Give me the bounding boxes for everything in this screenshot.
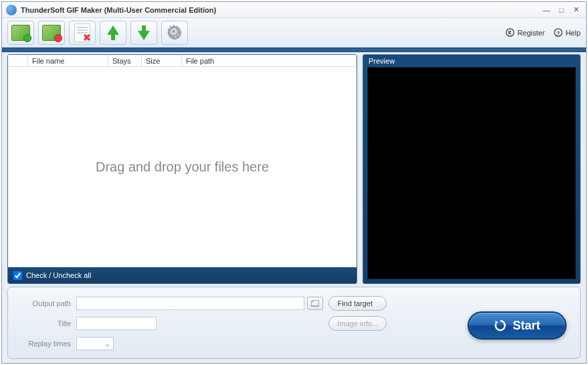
col-checkbox[interactable] (8, 55, 28, 66)
preview-area (367, 67, 576, 279)
file-list: File name Stays Size File path Drag and … (8, 55, 357, 267)
register-label: Register (517, 29, 545, 37)
arrow-up-icon (107, 25, 119, 40)
move-up-button[interactable] (100, 21, 126, 45)
move-down-button[interactable] (130, 21, 157, 45)
drop-zone-text: Drag and drop your files here (96, 159, 269, 175)
col-filename[interactable]: File name (28, 55, 108, 66)
app-icon (6, 5, 17, 15)
image-info-button[interactable]: Image info... (328, 316, 387, 331)
close-button[interactable]: ✕ (570, 5, 582, 15)
toolbar: Register ? Help (2, 18, 586, 48)
help-label: Help (565, 29, 581, 37)
main-area: File name Stays Size File path Drag and … (2, 48, 586, 287)
col-stays[interactable]: Stays (108, 55, 142, 66)
titlebar: ThunderSoft GIF Maker (Multi-User Commer… (2, 2, 586, 18)
col-size[interactable]: Size (142, 55, 182, 66)
start-label: Start (512, 319, 540, 333)
clear-list-button[interactable] (69, 21, 96, 45)
browse-button[interactable] (307, 297, 323, 310)
remove-image-icon (42, 25, 61, 41)
start-button[interactable]: Start (468, 311, 567, 340)
output-path-input[interactable] (76, 297, 304, 310)
preview-label: Preview (363, 55, 580, 67)
add-image-icon (11, 25, 30, 41)
check-all-label: Check / Uncheck all (26, 271, 91, 279)
app-window: ThunderSoft GIF Maker (Multi-User Commer… (1, 1, 587, 364)
replay-times-combo[interactable]: ⌄ (76, 337, 114, 350)
arrow-down-icon (138, 25, 150, 40)
register-icon (506, 28, 514, 37)
svg-point-0 (506, 29, 514, 36)
chevron-down-icon: ⌄ (104, 340, 110, 348)
check-all-bar: Check / Uncheck all (8, 267, 357, 283)
window-title: ThunderSoft GIF Maker (Multi-User Commer… (21, 6, 538, 14)
register-link[interactable]: Register (506, 28, 545, 37)
file-list-pane: File name Stays Size File path Drag and … (7, 54, 357, 284)
bottom-panel: Output path Find target Title Image info… (7, 287, 581, 359)
output-form: Output path Find target Title Image info… (17, 295, 392, 350)
title-label: Title (17, 319, 71, 327)
preview-pane: Preview (363, 54, 581, 284)
remove-images-button[interactable] (38, 21, 65, 45)
find-target-button[interactable]: Find target (328, 296, 387, 311)
svg-text:?: ? (557, 30, 560, 36)
help-icon: ? (554, 28, 563, 37)
output-path-label: Output path (17, 299, 71, 307)
add-images-button[interactable] (7, 21, 34, 45)
maximize-button[interactable]: □ (555, 5, 567, 15)
replay-times-label: Replay times (17, 340, 71, 348)
settings-button[interactable] (161, 21, 188, 45)
list-header: File name Stays Size File path (8, 55, 357, 67)
drop-zone[interactable]: Drag and drop your files here (8, 67, 357, 267)
clear-doc-icon (74, 23, 90, 42)
refresh-icon (494, 319, 507, 332)
gear-icon (167, 25, 183, 41)
title-input[interactable] (76, 317, 157, 330)
check-all-checkbox[interactable] (13, 271, 22, 280)
col-filepath[interactable]: File path (182, 55, 357, 66)
minimize-button[interactable]: — (541, 5, 553, 15)
folder-icon (311, 300, 319, 307)
help-link[interactable]: ? Help (554, 28, 581, 37)
